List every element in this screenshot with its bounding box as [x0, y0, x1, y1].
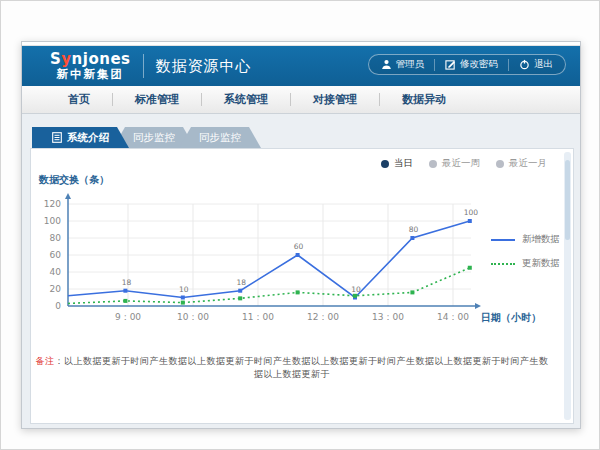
tab-0[interactable]: 系统介绍: [32, 127, 129, 148]
time-range-option-0[interactable]: 当日: [381, 157, 413, 170]
radio-unselected-icon: [496, 160, 504, 168]
data-point: [410, 236, 414, 240]
radio-unselected-icon: [429, 160, 437, 168]
x-axis-arrow: [475, 303, 481, 309]
data-point: [468, 219, 472, 223]
nav-item-3[interactable]: 对接管理: [291, 92, 379, 107]
data-point: [181, 301, 185, 305]
user-icon: [381, 59, 392, 70]
nav-item-2[interactable]: 系统管理: [202, 92, 290, 107]
data-point: [353, 294, 357, 298]
tab-2[interactable]: 同步监控: [179, 127, 261, 148]
panel-scrollbar[interactable]: [564, 152, 571, 420]
document-icon: [52, 132, 62, 143]
y-tick-label: 60: [50, 250, 62, 260]
point-label: 80: [409, 225, 419, 234]
y-tick-label: 0: [55, 301, 61, 311]
logo-spark-accent: y: [61, 50, 71, 68]
company-name: 新中新集团: [57, 68, 125, 80]
point-label: 18: [122, 278, 132, 287]
scrollbar-thumb[interactable]: [565, 160, 570, 240]
edit-icon: [445, 59, 456, 70]
footnote: 备注：以上数据更新于时间产生数据以上数据更新于时间产生数据以上数据更新于时间产生…: [31, 355, 553, 381]
point-label: 60: [294, 242, 304, 251]
change-password-label: 修改密码: [460, 58, 498, 71]
data-point: [123, 299, 127, 303]
radio-label: 最近一月: [509, 157, 547, 170]
time-range-filter: 当日最近一周最近一月: [381, 157, 547, 170]
current-user-label: 管理员: [396, 58, 425, 71]
point-label: 18: [236, 278, 246, 287]
data-point: [296, 290, 300, 294]
legend-item-0[interactable]: 新增数据: [491, 233, 560, 246]
header-divider: [143, 54, 144, 78]
y-axis-title: 数据交换（条）: [38, 174, 109, 185]
toolbar-separator: [508, 59, 509, 71]
data-point: [123, 289, 127, 293]
data-point: [468, 266, 472, 270]
x-tick-label: 14：00: [437, 312, 469, 322]
x-tick-label: 11：00: [242, 312, 274, 322]
company-logo: Synjones 新中新集团: [50, 52, 131, 80]
x-tick-label: 10：00: [177, 312, 209, 322]
page-title: 数据资源中心: [156, 57, 252, 76]
data-point: [296, 253, 300, 257]
x-tick-label: 9：00: [115, 312, 141, 322]
tab-label: 同步监控: [199, 131, 241, 145]
power-icon: [519, 59, 530, 70]
chart-legend: 新增数据更新数据: [491, 233, 560, 270]
time-range-option-2[interactable]: 最近一月: [496, 157, 547, 170]
radio-label: 最近一周: [442, 157, 480, 170]
footnote-label: 备注: [36, 356, 55, 366]
radio-selected-icon: [381, 160, 389, 168]
logout-label: 退出: [534, 58, 553, 71]
tab-label: 系统介绍: [67, 131, 109, 145]
y-tick-label: 100: [44, 216, 61, 226]
user-toolbar: 管理员 修改密码 退出: [368, 54, 567, 75]
x-axis-title: 日期（小时）: [481, 312, 541, 323]
y-tick-label: 80: [50, 233, 62, 243]
chart-panel: 当日最近一周最近一月 0204060801001209：0010：0011：00…: [30, 148, 574, 424]
footnote-text: ：以上数据更新于时间产生数据以上数据更新于时间产生数据以上数据更新于时间产生数据…: [55, 356, 549, 379]
legend-item-1[interactable]: 更新数据: [491, 257, 560, 270]
legend-label: 新增数据: [522, 233, 560, 246]
tab-bar: 系统介绍同步监控同步监控: [32, 127, 261, 148]
y-tick-label: 120: [44, 199, 61, 209]
logout-button[interactable]: 退出: [519, 58, 553, 71]
y-axis-arrow: [65, 193, 71, 199]
y-tick-label: 40: [50, 267, 62, 277]
data-point: [181, 296, 185, 300]
toolbar-separator: [434, 59, 435, 71]
brand-name: Synjones: [50, 52, 131, 68]
y-tick-label: 20: [50, 284, 62, 294]
data-point: [238, 289, 242, 293]
nav-item-0[interactable]: 首页: [46, 92, 112, 107]
point-label: 100: [464, 208, 479, 217]
content-area: 系统介绍同步监控同步监控 当日最近一周最近一月 0204060801001209…: [22, 114, 580, 428]
tab-label: 同步监控: [133, 131, 175, 145]
app-header: Synjones 新中新集团 数据资源中心 管理员 修改密码 退出: [22, 46, 580, 86]
point-label: 10: [351, 285, 361, 294]
radio-label: 当日: [394, 157, 413, 170]
main-nav: 首页标准管理系统管理对接管理数据异动: [22, 86, 580, 114]
current-user-button[interactable]: 管理员: [381, 58, 425, 71]
time-range-option-1[interactable]: 最近一周: [429, 157, 480, 170]
legend-label: 更新数据: [522, 257, 560, 270]
screenshot-canvas: Synjones 新中新集团 数据资源中心 管理员 修改密码 退出: [0, 0, 600, 450]
app-window: Synjones 新中新集团 数据资源中心 管理员 修改密码 退出: [21, 41, 581, 429]
nav-item-1[interactable]: 标准管理: [113, 92, 201, 107]
x-tick-label: 13：00: [372, 312, 404, 322]
x-tick-label: 12：00: [307, 312, 339, 322]
nav-item-4[interactable]: 数据异动: [380, 92, 468, 107]
legend-swatch: [491, 239, 515, 241]
data-point: [238, 296, 242, 300]
point-label: 10: [179, 285, 189, 294]
legend-swatch: [491, 263, 515, 265]
data-point: [410, 290, 414, 294]
change-password-button[interactable]: 修改密码: [445, 58, 498, 71]
